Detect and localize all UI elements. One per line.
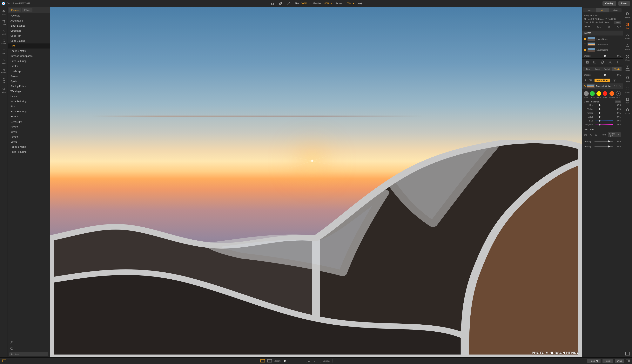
layer-visibility-icon[interactable]: [584, 38, 586, 40]
preset-category-item[interactable]: Starting Points: [8, 84, 50, 89]
add-layer-icon[interactable]: [616, 60, 619, 64]
duplicate-layer-icon[interactable]: [585, 60, 589, 64]
preset-category-item[interactable]: Haze Reducing: [8, 58, 50, 64]
merge-layer-icon[interactable]: [593, 60, 597, 64]
preset-category-item[interactable]: Weddings: [8, 89, 50, 94]
auto-button[interactable]: Auto: [615, 100, 621, 103]
tool-move[interactable]: Move: [0, 8, 8, 17]
color-slider[interactable]: [595, 119, 613, 122]
layer-row[interactable]: Layer Name: [582, 36, 623, 42]
preset-category-item[interactable]: Landscape: [8, 69, 50, 74]
module-effects[interactable]: fxEffects: [623, 53, 632, 63]
color-slider[interactable]: [595, 104, 613, 106]
zoom-slider[interactable]: [282, 360, 303, 362]
preset-category-item[interactable]: Haze Reducing: [8, 109, 50, 114]
view-single-button[interactable]: [260, 359, 265, 362]
tool-mask[interactable]: Mask: [0, 57, 8, 65]
add-filter-button[interactable]: + Add Filter: [594, 78, 610, 82]
reset-all-button[interactable]: Reset All: [587, 359, 600, 363]
camera-icon[interactable]: [584, 133, 587, 136]
module-hdr[interactable]: HDR: [623, 96, 632, 105]
brush-size-option[interactable]: Size: 100% ▼: [295, 2, 310, 5]
tool-refine[interactable]: Refine: [0, 67, 8, 75]
tool-local[interactable]: Local: [0, 28, 8, 36]
brush-feather-option[interactable]: Feather: 100% ▼: [313, 2, 332, 5]
sparkle-icon[interactable]: [589, 133, 592, 136]
search-input-wrapper[interactable]: [9, 352, 48, 356]
brush-amount-option[interactable]: Amount: 100% ▼: [336, 2, 354, 5]
gear-icon[interactable]: [613, 78, 616, 82]
preset-category-item[interactable]: People: [8, 134, 50, 139]
preset-tab-filters[interactable]: Filters: [22, 8, 33, 12]
snapshot-icon[interactable]: [589, 78, 592, 82]
preset-category-item[interactable]: Favorites: [8, 13, 50, 18]
preset-category-item[interactable]: Sports: [8, 79, 50, 84]
bw-swatch-yellow[interactable]: Yellow: [596, 91, 601, 98]
close-icon[interactable]: [618, 84, 621, 88]
layer-visibility-icon[interactable]: [584, 49, 586, 51]
preset-category-item[interactable]: Cinematic: [8, 28, 50, 33]
preset-category-item[interactable]: Sports: [8, 129, 50, 134]
right-panel-toggle-icon[interactable]: [626, 360, 630, 362]
preset-category-item[interactable]: Hipster: [8, 64, 50, 69]
preset-category-item[interactable]: Landscape: [8, 119, 50, 124]
module-pano[interactable]: Pano: [623, 85, 632, 95]
filter-visibility-toggle[interactable]: [584, 85, 585, 87]
layer-row[interactable]: Layer Name: [582, 47, 623, 52]
magic-tool-icon[interactable]: [286, 1, 291, 6]
user-icon[interactable]: [8, 340, 14, 345]
edit-tab-local[interactable]: Local: [593, 67, 602, 71]
module-focus[interactable]: Focus: [623, 106, 632, 116]
stamp-tool-icon[interactable]: [270, 1, 275, 6]
original-button[interactable]: Original: [320, 359, 333, 363]
module-dev[interactable]: Dev: [623, 21, 632, 31]
tool-crop[interactable]: Crop: [0, 18, 8, 26]
help-icon[interactable]: [8, 345, 14, 351]
view-split-button[interactable]: [267, 359, 272, 362]
compare-b-button[interactable]: B: [312, 359, 317, 363]
preset-tab-presets[interactable]: Presets: [9, 8, 21, 12]
sync-button[interactable]: Sync: [614, 359, 624, 363]
tool-text[interactable]: Text: [0, 47, 8, 56]
grain-slider[interactable]: [594, 140, 613, 143]
module-local[interactable]: Local: [623, 32, 632, 41]
info-tab-nav[interactable]: Nav: [583, 8, 596, 12]
preset-category-item[interactable]: Hipster: [8, 114, 50, 119]
preset-category-item[interactable]: Black & White: [8, 23, 50, 28]
gear-icon[interactable]: [358, 1, 363, 6]
color-slider[interactable]: [595, 116, 613, 118]
info-tab-info[interactable]: Info: [596, 8, 609, 12]
layer-opacity-slider[interactable]: [594, 54, 613, 57]
bw-swatch-more[interactable]: ▼More: [616, 91, 621, 98]
target-icon[interactable]: [594, 133, 597, 136]
preset-category-item[interactable]: People: [8, 124, 50, 129]
layers-icon[interactable]: [600, 60, 604, 64]
reset-bottom-button[interactable]: Reset: [602, 359, 613, 363]
grain-slider[interactable]: [594, 145, 613, 148]
edit-tab-dev[interactable]: Dev: [583, 67, 593, 71]
compare-a-button[interactable]: A: [306, 359, 312, 363]
color-slider[interactable]: [595, 108, 613, 110]
preset-category-item[interactable]: Sports: [8, 139, 50, 144]
filmstrip-toggle-icon[interactable]: [2, 360, 6, 362]
canvas[interactable]: PHOTO © HUDSON HENRY: [50, 7, 582, 358]
expand-icon[interactable]: [618, 78, 621, 82]
import-icon[interactable]: [584, 78, 587, 82]
edit-tab-portrait[interactable]: Portrait: [602, 67, 612, 71]
preset-category-item[interactable]: Color Film: [8, 33, 50, 38]
preset-category-item[interactable]: Haze Reducing: [8, 99, 50, 104]
reset-filter-icon[interactable]: [614, 84, 617, 88]
module-browse[interactable]: Browse: [623, 10, 632, 20]
film-type-dropdown[interactable]: Kodak Tri-X▼: [608, 132, 621, 137]
preset-category-item[interactable]: Faded & Matte: [8, 48, 50, 54]
preset-category-item[interactable]: Film: [8, 44, 50, 48]
presets-list[interactable]: FavoritesArchitectureBlack & WhiteCinema…: [8, 13, 50, 176]
gear-icon[interactable]: [608, 60, 612, 64]
dual-view-icon[interactable]: [625, 352, 630, 356]
effects-opacity-slider[interactable]: [594, 74, 613, 76]
preset-category-item[interactable]: Haze Reducing: [8, 150, 50, 154]
tool-fix[interactable]: Fix: [0, 76, 8, 84]
bw-swatch-green[interactable]: Green: [590, 91, 595, 98]
preset-category-item[interactable]: Film: [8, 104, 50, 109]
module-layers[interactable]: Layers: [623, 74, 632, 84]
